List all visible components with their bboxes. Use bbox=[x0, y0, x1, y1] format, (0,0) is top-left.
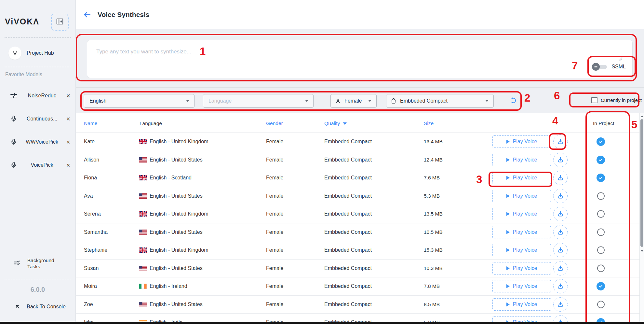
voice-gender: Female bbox=[266, 211, 283, 217]
play-voice-button[interactable]: Play Voice bbox=[492, 190, 551, 202]
play-voice-button[interactable]: Play Voice bbox=[492, 316, 551, 322]
currently-in-project-filter[interactable]: Currently in project bbox=[591, 97, 642, 103]
download-voice-button[interactable] bbox=[553, 171, 568, 185]
currently-in-project-checkbox[interactable] bbox=[591, 97, 597, 103]
play-icon bbox=[506, 194, 510, 198]
column-header-gender[interactable]: Gender bbox=[266, 120, 283, 126]
remove-favorite-icon[interactable]: × bbox=[66, 139, 70, 145]
bag-icon bbox=[390, 98, 397, 104]
gender-dropdown[interactable]: Female bbox=[330, 94, 377, 108]
column-header-name[interactable]: Name bbox=[84, 120, 97, 126]
download-voice-button[interactable] bbox=[553, 189, 568, 203]
chevron-down-icon bbox=[305, 100, 308, 102]
sidebar-item-project-hub[interactable]: Project Hub bbox=[0, 45, 75, 61]
favorite-model-voicepick[interactable]: VoicePick × bbox=[0, 153, 75, 176]
favorite-model-label: WWVoicePick bbox=[18, 139, 66, 145]
toggle-knob bbox=[592, 63, 600, 71]
voice-language: English - United Kingdom bbox=[150, 247, 208, 253]
download-voice-button[interactable] bbox=[553, 243, 568, 257]
table-scrollbar[interactable] bbox=[639, 113, 644, 322]
flag-us-icon bbox=[139, 302, 147, 307]
in-project-unchecked[interactable] bbox=[597, 247, 605, 254]
flag-us-icon bbox=[139, 157, 147, 162]
play-voice-label: Play Voice bbox=[513, 139, 537, 145]
in-project-unchecked[interactable] bbox=[597, 264, 605, 272]
download-voice-button[interactable] bbox=[553, 225, 568, 239]
remove-favorite-icon[interactable]: × bbox=[66, 116, 70, 122]
favorite-model-wwvoicepick[interactable]: WWVoicePick × bbox=[0, 130, 75, 153]
play-icon bbox=[506, 284, 510, 288]
mic-icon bbox=[10, 162, 18, 169]
voice-quality: Embbeded Compact bbox=[324, 193, 372, 199]
column-header-size[interactable]: Size bbox=[424, 120, 434, 126]
synthesis-text-input[interactable]: Type any text you want to synthesize... … bbox=[87, 40, 633, 78]
voice-quality: Embbeded Compact bbox=[324, 211, 372, 217]
play-voice-button[interactable]: Play Voice bbox=[492, 154, 551, 166]
in-project-unchecked[interactable] bbox=[597, 192, 605, 200]
background-tasks-label: Background Tasks bbox=[27, 257, 63, 270]
reset-filters-button[interactable] bbox=[508, 95, 518, 106]
remove-favorite-icon[interactable]: × bbox=[66, 92, 70, 99]
back-arrow-icon[interactable] bbox=[83, 10, 92, 19]
voice-language: English - Scotland bbox=[150, 175, 192, 181]
column-header-quality[interactable]: Quality bbox=[324, 120, 347, 126]
in-project-unchecked[interactable] bbox=[597, 228, 605, 236]
play-voice-button[interactable]: Play Voice bbox=[492, 172, 551, 184]
sort-descending-icon[interactable] bbox=[343, 122, 347, 125]
download-voice-button[interactable] bbox=[553, 153, 568, 167]
download-voice-button[interactable] bbox=[553, 315, 568, 322]
download-voice-button[interactable] bbox=[553, 207, 568, 221]
collapse-sidebar-button[interactable] bbox=[51, 14, 69, 31]
gender-value: Female bbox=[344, 98, 362, 104]
play-voice-button[interactable]: Play Voice bbox=[492, 244, 551, 256]
play-voice-label: Play Voice bbox=[513, 193, 537, 199]
in-project-unchecked[interactable] bbox=[597, 301, 605, 308]
favorite-model-noisereduc[interactable]: NoiseReduc × bbox=[0, 84, 75, 107]
download-voice-button[interactable] bbox=[553, 279, 568, 293]
play-voice-button[interactable]: Play Voice bbox=[492, 226, 551, 238]
download-voice-button[interactable] bbox=[553, 297, 568, 312]
voice-gender: Female bbox=[266, 319, 283, 322]
in-project-checked[interactable] bbox=[597, 137, 605, 146]
language-group-dropdown[interactable]: English bbox=[84, 94, 195, 108]
in-project-checked[interactable] bbox=[597, 156, 605, 164]
scrollbar-thumb[interactable] bbox=[640, 119, 643, 247]
top-header: Voice Synthesis bbox=[75, 0, 644, 30]
chevron-down-icon bbox=[485, 100, 489, 102]
in-project-checked[interactable] bbox=[597, 174, 605, 182]
resize-handle-icon[interactable] bbox=[619, 57, 623, 61]
back-to-console-button[interactable]: Back To Console bbox=[0, 303, 75, 310]
language-dropdown[interactable]: Language bbox=[203, 94, 314, 108]
play-voice-button[interactable]: Play Voice bbox=[492, 280, 551, 292]
download-voice-button[interactable] bbox=[553, 134, 568, 149]
play-voice-button[interactable]: Play Voice bbox=[492, 135, 551, 148]
voice-name: Zoe bbox=[84, 302, 93, 307]
quality-dropdown[interactable]: Embbeded Compact bbox=[386, 94, 494, 108]
in-project-checked[interactable] bbox=[597, 282, 605, 290]
play-voice-button[interactable]: Play Voice bbox=[492, 262, 551, 275]
ssml-toggle[interactable] bbox=[592, 63, 608, 71]
play-icon bbox=[506, 212, 510, 216]
voice-gender: Female bbox=[266, 302, 283, 307]
scroll-down-icon[interactable] bbox=[641, 250, 643, 252]
play-voice-button[interactable]: Play Voice bbox=[492, 298, 551, 311]
download-voice-button[interactable] bbox=[553, 261, 568, 275]
voice-gender: Female bbox=[266, 229, 283, 235]
scroll-up-icon[interactable] bbox=[641, 115, 643, 117]
in-project-checked[interactable] bbox=[597, 318, 605, 322]
voice-quality: Embbeded Compact bbox=[324, 265, 372, 271]
play-voice-button[interactable]: Play Voice bbox=[492, 208, 551, 220]
voice-size: 7.8 MB bbox=[424, 283, 440, 289]
remove-favorite-icon[interactable]: × bbox=[66, 162, 70, 168]
favorite-model-continuous[interactable]: Continuous... × bbox=[0, 107, 75, 130]
back-to-console-label: Back To Console bbox=[27, 304, 66, 310]
vivoka-v-icon bbox=[8, 47, 21, 60]
voices-table: Name Language Gender Quality Size In Pro… bbox=[75, 113, 639, 322]
play-voice-label: Play Voice bbox=[513, 211, 537, 217]
in-project-unchecked[interactable] bbox=[597, 210, 605, 218]
tasks-checklist-icon bbox=[13, 260, 21, 267]
flag-uk-icon bbox=[139, 175, 147, 180]
play-voice-label: Play Voice bbox=[513, 229, 537, 235]
sidebar-item-background-tasks[interactable]: Background Tasks bbox=[0, 257, 75, 270]
voice-language: English - United Kingdom bbox=[150, 139, 208, 145]
